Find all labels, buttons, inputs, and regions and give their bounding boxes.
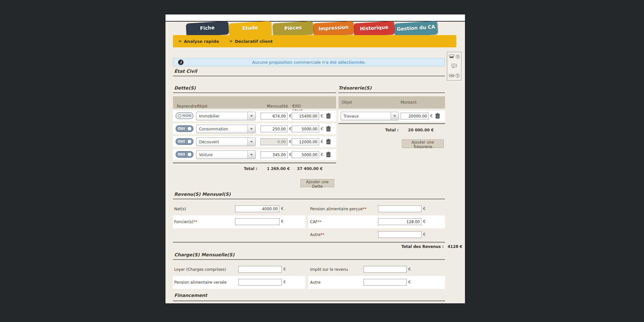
reprendre-toggle[interactable]: OUI [175,125,194,132]
tresorerie-row: Travaux € [338,110,445,121]
col-montant: Montant [401,100,417,105]
caf-input[interactable] [378,218,421,225]
trash-icon[interactable] [326,151,332,158]
reprendre-toggle[interactable]: NON [175,112,194,119]
selected-option: Consommation [196,127,247,131]
dette-total-crd: 37 400.00 € [292,166,323,171]
chevron-down-icon[interactable] [247,112,255,120]
currency-label: € [423,232,426,237]
crd-input[interactable] [292,113,319,119]
autre-revenu-label: Autre** [310,232,325,237]
app-window: Fiche Etude Pièces Impression Historique… [166,14,465,303]
loyer-input[interactable] [238,266,282,273]
objet-select[interactable]: Travaux [341,112,399,120]
field-row: Pension alimentaire versée € [173,276,305,289]
chevron-down-icon[interactable] [247,151,255,159]
toggle-knob [188,140,191,143]
objet-select[interactable]: Découvert [196,137,256,146]
info-banner: i Aucune proposition commerciale n'a été… [173,58,445,66]
pension-versee-input[interactable] [238,279,282,286]
currency-label: € [408,280,411,284]
trash-icon[interactable] [326,125,332,132]
pension-versee-label: Pension alimentaire versée [174,280,227,285]
terminal-counter[interactable]: 0 [449,54,460,59]
currency-label: € [408,267,411,271]
montant-input[interactable] [401,113,429,119]
dette-total-mensualite: 1 269.00 € [259,166,290,171]
impot-input[interactable] [364,266,407,273]
divider [173,242,445,243]
field-row: Loyer (Charges comprises) € [173,263,305,276]
total-revenus-value: 4128 € [445,244,462,249]
impot-label: Impôt sur le revenu [310,267,348,272]
field-row: Pension alimentaire perçue** € [308,203,445,215]
trash-icon[interactable] [326,138,332,145]
reprendre-toggle[interactable]: OUI [175,151,194,158]
ajouter-tresorerie-button[interactable]: Ajouter une Trésorerie [402,139,444,148]
crd-input[interactable] [292,126,319,132]
section-title-financement: Financement [174,293,207,298]
chevron-down-icon[interactable] [247,138,255,146]
dette-table-header: Reprendre Objet* Mensualité * CRD (dont … [173,96,336,109]
tab-historique[interactable]: Historique [354,21,395,37]
section-title-revenus: Revenu(S) Mensuel(S) [174,192,231,197]
breadcrumb-declaratif-client[interactable]: > Déclaratif client [229,39,273,44]
reprendre-toggle[interactable]: OUI [175,138,194,145]
mensualite-input[interactable] [260,126,288,132]
field-row: Autre** € [308,228,445,241]
printer-counter[interactable]: 0 [449,73,459,78]
pension-percue-input[interactable] [378,205,421,212]
breadcrumb-label: Déclaratif client [235,39,272,44]
currency-label: € [430,114,433,118]
trash-icon[interactable] [326,112,332,119]
section-title-etat-civil: État Civil [174,69,197,74]
total-revenus-label: Total des Revenus : [401,244,444,249]
toggle-label: OUI [178,127,185,131]
divider [173,300,445,301]
tab-fiche[interactable]: Fiche [186,21,229,37]
comments-button[interactable] [451,64,457,69]
net-label: Net(s) [174,207,186,211]
tab-gestion-du-ca[interactable]: Gestion du CA [394,21,438,37]
mensualite-input[interactable] [260,151,288,158]
objet-select[interactable]: Immobilier [196,112,256,120]
section-title-charges: Charge(S) Mensuelle(S) [174,252,234,257]
loyer-label: Loyer (Charges comprises) [174,267,226,272]
currency-label: € [321,152,323,157]
currency-label: € [283,280,286,284]
counter-badge: 0 [456,55,460,59]
chevron-down-icon[interactable] [391,112,399,120]
printer-icon [449,73,455,78]
crd-input[interactable] [292,151,319,158]
terminal-icon [449,54,455,59]
selected-option: Découvert [196,140,247,144]
chevron-down-icon[interactable] [247,125,255,133]
trash-icon[interactable] [435,112,441,119]
tresorerie-table-header: Objet Montant [338,96,445,109]
currency-label: € [289,152,292,157]
tab-pieces[interactable]: Pièces [272,21,314,37]
autre-revenu-input[interactable] [378,231,421,238]
currency-label: € [321,139,323,144]
section-title-dettes: Dette(S) [174,85,196,90]
field-row: Net(s) € [173,203,305,215]
toggle-knob [188,153,191,156]
objet-select[interactable]: Voiture [196,150,256,159]
breadcrumb-analyse-rapide[interactable]: > Analyse rapide [178,39,219,44]
selected-option: Voiture [196,153,247,157]
divider [173,92,336,93]
net-input[interactable] [235,205,279,212]
selected-option: Immobilier [196,114,247,118]
breadcrumb: > Analyse rapide > Déclaratif client [173,35,456,47]
mensualite-input [260,138,288,145]
mensualite-input[interactable] [260,113,288,119]
ajouter-dette-button[interactable]: Ajouter une Dette [300,179,334,187]
currency-label: € [289,114,292,118]
tab-impression[interactable]: Impression [313,21,354,37]
section-title-tresoreries: Trésorerie(S) [338,85,372,90]
tresorerie-total-label: Total : [372,128,399,132]
foncier-input[interactable] [235,218,279,225]
autre-charge-input[interactable] [364,279,407,286]
crd-input[interactable] [292,138,319,145]
objet-select[interactable]: Consommation [196,125,256,133]
